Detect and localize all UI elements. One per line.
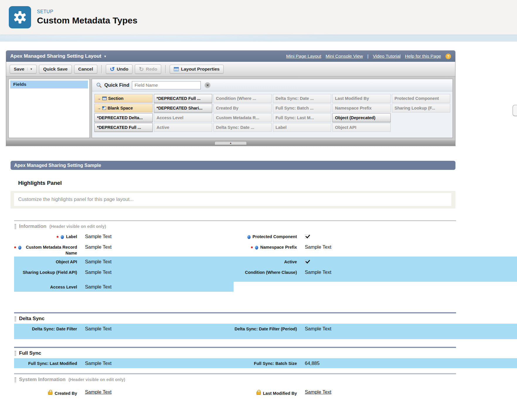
section-information: Information (Header visible on edit only…	[14, 220, 517, 312]
toolbar-divider	[101, 65, 102, 73]
palette-item[interactable]: Last Modified By	[332, 94, 391, 103]
field-value: Sample Text	[77, 282, 112, 292]
field-value: Sample Text	[297, 242, 331, 257]
layout-dropdown-icon[interactable]: ▼	[104, 55, 107, 58]
palette-item[interactable]: *DEPRECATED Full ...	[94, 123, 153, 132]
field-label[interactable]: Object API Sample Text	[14, 257, 234, 267]
category-fields[interactable]: Fields	[10, 81, 88, 88]
cancel-button[interactable]: Cancel	[74, 65, 97, 74]
mini-page-layout-link[interactable]: Mini Page Layout	[286, 54, 321, 59]
field-label[interactable]: Sharing Lookup (Field API) Sample Text	[14, 267, 234, 282]
palette-item[interactable]: Object (Deprecated)	[332, 113, 391, 122]
palette-item[interactable]: *DEPRECATED Shari...	[154, 104, 212, 112]
blank-space-icon	[102, 106, 106, 110]
palette-item-section[interactable]: Section	[94, 94, 153, 103]
palette-item[interactable]: Label	[273, 123, 331, 132]
undo-button[interactable]: ↺ Undo	[106, 64, 132, 74]
highlights-panel-title: Highlights Panel	[18, 180, 517, 186]
help-icon[interactable]: ?	[445, 54, 451, 59]
field-value: Sample Text	[77, 387, 112, 397]
field-behavior-dot-icon	[255, 246, 258, 250]
field-behavior-dot-icon	[18, 246, 21, 250]
highlights-panel[interactable]: Customize the highlights panel for this …	[11, 191, 455, 209]
field-label[interactable]: Condition (Where Clause) Sample Text	[234, 267, 517, 282]
section-title: Information	[19, 223, 47, 229]
palette-item[interactable]: Access Level	[154, 113, 212, 122]
save-button[interactable]: Save ▼	[10, 65, 37, 74]
section-drag-handle[interactable]	[15, 224, 16, 229]
field-behavior-dot-icon	[61, 235, 64, 239]
field-row: Access Level Sample Text	[14, 282, 517, 292]
palette-item[interactable]: Sharing Lookup (F...	[392, 104, 450, 112]
palette-item[interactable]: Custom Metadata R...	[213, 113, 272, 122]
editor-toolbar: Save ▼ Quick Save Cancel ↺ Undo ↻ Redo L…	[6, 62, 455, 76]
field-label[interactable]: Full Sync: Last Modified Sample Text	[14, 358, 234, 368]
section-drag-handle[interactable]	[15, 351, 16, 356]
field-value: Sample Text	[77, 242, 112, 257]
section-icon	[102, 97, 107, 100]
palette-item[interactable]: Full Sync: Batch ...	[273, 104, 331, 112]
field-label[interactable]: Active	[234, 257, 517, 267]
field-row: *Custom Metadata Record Name Sample Text…	[14, 242, 517, 257]
palette-item[interactable]: Namespace Prefix	[332, 104, 391, 112]
field-label[interactable]: Access Level Sample Text	[14, 282, 234, 292]
quick-find-input[interactable]	[132, 81, 201, 89]
editor-title-bar: Apex Managed Sharing Setting Layout ▼ Mi…	[6, 51, 455, 62]
palette-item[interactable]: Protected Component	[392, 94, 450, 103]
quick-find-label: Quick Find	[104, 82, 129, 88]
quick-find-bar: Quick Find	[92, 79, 453, 91]
layout-name[interactable]: Apex Managed Sharing Setting Layout	[10, 53, 101, 59]
palette-item[interactable]: *DEPRECATED Delta...	[94, 113, 153, 122]
palette-item-blank-space[interactable]: Blank Space	[94, 104, 153, 112]
field-row: Object API Sample Text Active	[14, 257, 517, 267]
highlights-panel-placeholder[interactable]: Customize the highlights panel for this …	[14, 193, 451, 206]
layout-properties-icon	[174, 67, 179, 71]
collapse-handle[interactable]: ▲	[215, 141, 247, 145]
video-tutorial-link[interactable]: Video Tutorial	[373, 54, 401, 59]
drag-arrow-icon	[97, 94, 101, 103]
search-icon	[96, 82, 102, 88]
palette-item[interactable]: *DEPRECATED Full ...	[154, 94, 212, 103]
palette-item[interactable]: Delta Sync: Date ...	[273, 94, 331, 103]
field-label[interactable]: Delta Sync: Date Filter Sample Text	[14, 324, 234, 339]
collapsed-panel-tab[interactable]	[513, 105, 517, 116]
help-link[interactable]: Help for this Page	[405, 54, 441, 59]
field-label[interactable]: Full Sync: Batch Size 64,885	[234, 358, 517, 368]
page-layout-editor: Apex Managed Sharing Setting Layout ▼ Mi…	[6, 50, 455, 146]
mini-console-view-link[interactable]: Mini Console View	[326, 54, 363, 59]
palette-item[interactable]: Object API	[332, 123, 391, 132]
decorative-band	[0, 35, 517, 42]
layout-properties-button[interactable]: Layout Properties	[170, 65, 224, 74]
palette-item[interactable]: Condition (Where ...	[213, 94, 272, 103]
palette-item[interactable]: Active	[154, 123, 212, 132]
quick-save-button[interactable]: Quick Save	[39, 65, 72, 74]
field-value: Sample Text	[77, 358, 112, 368]
section-drag-handle[interactable]	[15, 316, 16, 321]
section-title: Delta Sync	[19, 316, 45, 322]
field-label[interactable]: *Label Sample Text	[14, 231, 234, 242]
checkbox-checked-icon	[305, 234, 309, 239]
clear-search-icon[interactable]	[205, 82, 210, 88]
redo-icon: ↻	[139, 66, 144, 72]
field-row: Created By Sample Text Last Modified By …	[14, 385, 517, 397]
save-dropdown-icon[interactable]: ▼	[27, 68, 33, 71]
lock-icon	[256, 392, 261, 395]
section-drag-handle[interactable]	[15, 377, 16, 382]
gear-icon	[12, 10, 28, 25]
required-icon: *	[251, 245, 253, 251]
field-label[interactable]: Delta Sync: Date Filter (Period) Sample …	[234, 324, 517, 339]
field-label[interactable]: Created By Sample Text	[14, 387, 234, 397]
field-label[interactable]: *Custom Metadata Record Name Sample Text	[14, 242, 234, 257]
redo-button[interactable]: ↻ Redo	[135, 64, 161, 74]
palette-item[interactable]: Created By	[213, 104, 272, 112]
field-value: Sample Text	[77, 257, 112, 267]
palette-item[interactable]: Full Sync: Last M...	[273, 113, 331, 122]
breadcrumb[interactable]: SETUP	[37, 9, 137, 14]
drag-arrow-icon	[97, 104, 101, 112]
setup-header: SETUP Custom Metadata Types	[0, 0, 517, 35]
section-suffix: (Header visible on edit only)	[69, 377, 125, 382]
field-label[interactable]: Protected Component	[234, 231, 517, 242]
field-label[interactable]: Last Modified By Sample Text	[234, 387, 517, 397]
field-label[interactable]: *Namespace Prefix Sample Text	[234, 242, 517, 257]
palette-item[interactable]: Delta Sync: Date ...	[213, 123, 272, 132]
